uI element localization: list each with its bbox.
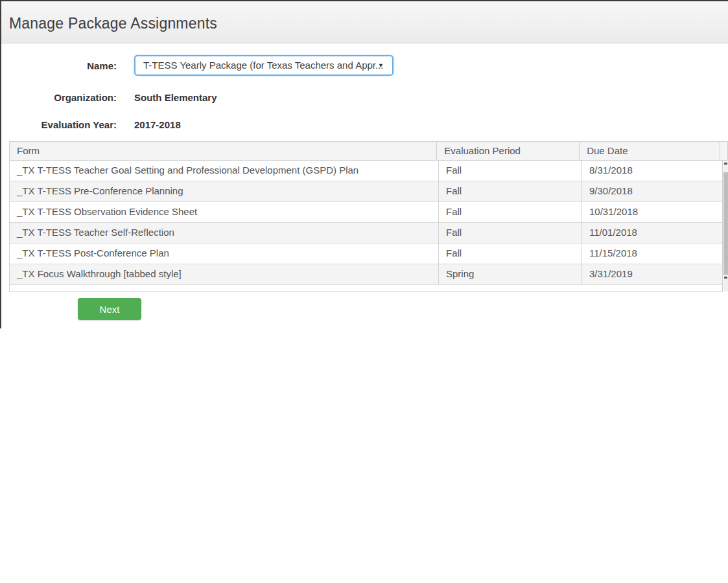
cell-evaluation-period: Fall: [438, 223, 581, 243]
table-row: _TX T-TESS Pre-Conference Planning Fall …: [10, 181, 722, 202]
column-header-due-date: Due Date: [579, 142, 720, 160]
cell-form: _TX T-TESS Pre-Conference Planning: [10, 181, 438, 201]
table-row-partial: [10, 285, 722, 291]
dropdown-arrow-icon: ▼: [378, 56, 384, 74]
column-header-form: Form: [10, 142, 436, 160]
cell-evaluation-period: Fall: [438, 244, 581, 264]
page-header: Manage Package Assignments: [1, 1, 728, 43]
organization-label: Organization:: [6, 92, 117, 103]
cell-due-date: 9/30/2018: [581, 181, 722, 201]
table-row: _TX T-TESS Teacher Self-Reflection Fall …: [10, 223, 722, 244]
cell-due-date: 10/31/2018: [581, 202, 722, 222]
cell-form: _TX T-TESS Post-Conference Plan: [10, 244, 438, 264]
organization-value: South Elementary: [134, 92, 217, 103]
evaluation-year-label: Evaluation Year:: [6, 119, 117, 130]
table-row: _TX T-TESS Teacher Goal Setting and Prof…: [10, 161, 722, 181]
table-row: _TX T-TESS Observation Evidence Sheet Fa…: [10, 202, 722, 223]
forms-table-body: _TX T-TESS Teacher Goal Setting and Prof…: [9, 161, 723, 292]
table-vertical-scrollbar[interactable]: [723, 161, 728, 292]
name-select-value: T-TESS Yearly Package (for Texas Teacher…: [143, 56, 384, 74]
table-row: _TX Focus Walkthrough [tabbed style] Spr…: [10, 264, 722, 285]
cell-due-date: 11/01/2018: [581, 223, 722, 243]
column-header-scroll-spacer: [720, 142, 727, 160]
evaluation-year-value: 2017-2018: [134, 119, 181, 130]
scroll-down-arrow-icon[interactable]: [724, 277, 727, 279]
column-header-evaluation-period: Evaluation Period: [436, 142, 579, 160]
cell-form: _TX T-TESS Teacher Self-Reflection: [10, 223, 438, 243]
next-button[interactable]: Next: [78, 298, 141, 320]
cell-form: _TX Focus Walkthrough [tabbed style]: [10, 264, 438, 284]
frame-border-left: [0, 0, 1, 328]
cell-form: _TX T-TESS Observation Evidence Sheet: [10, 202, 438, 222]
name-select[interactable]: T-TESS Yearly Package (for Texas Teacher…: [134, 55, 393, 76]
page-title: Manage Package Assignments: [9, 15, 217, 32]
cell-due-date: 8/31/2018: [581, 161, 722, 181]
cell-due-date: 11/15/2018: [581, 244, 722, 264]
cell-form: _TX T-TESS Teacher Goal Setting and Prof…: [10, 161, 438, 181]
cell-due-date: 3/31/2019: [581, 264, 722, 284]
cell-evaluation-period: Fall: [438, 161, 581, 181]
table-row: _TX T-TESS Post-Conference Plan Fall 11/…: [10, 244, 722, 264]
scrollbar-thumb[interactable]: [723, 172, 728, 275]
name-label: Name:: [6, 60, 117, 71]
cell-evaluation-period: Fall: [438, 202, 581, 222]
cell-evaluation-period: Spring: [438, 264, 581, 284]
forms-table: Form Evaluation Period Due Date _TX T-TE…: [9, 141, 728, 292]
forms-table-header-row: Form Evaluation Period Due Date: [9, 141, 728, 161]
cell-evaluation-period: Fall: [438, 181, 581, 201]
scroll-up-arrow-icon[interactable]: [724, 163, 727, 165]
